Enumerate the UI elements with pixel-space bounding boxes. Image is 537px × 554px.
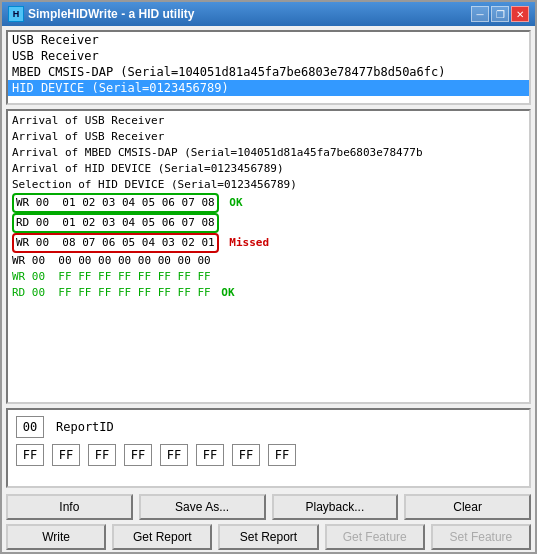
report-id-input[interactable] [16, 416, 44, 438]
wr-missed-circle: WR 00 08 07 06 05 04 03 02 01 [12, 233, 219, 253]
info-button[interactable]: Info [6, 494, 133, 520]
ok-badge-1: OK [229, 196, 242, 209]
log-line-3: Arrival of HID DEVICE (Serial=0123456789… [12, 161, 525, 177]
rd-ok-circle: RD 00 01 02 03 04 05 06 07 08 [12, 213, 219, 233]
data-entry-area: ReportID [6, 408, 531, 488]
clear-button[interactable]: Clear [404, 494, 531, 520]
byte-input-0[interactable] [16, 444, 44, 466]
wr-ok-circle: WR 00 01 02 03 04 05 06 07 08 [12, 193, 219, 213]
data-row-report-id: ReportID [16, 416, 521, 438]
byte-input-1[interactable] [52, 444, 80, 466]
get-report-button[interactable]: Get Report [112, 524, 212, 550]
byte-input-5[interactable] [196, 444, 224, 466]
title-bar-left: H SimpleHIDWrite - a HID utility [8, 6, 194, 22]
restore-button[interactable]: ❐ [491, 6, 509, 22]
button-row-1: Info Save As... Playback... Clear [6, 494, 531, 520]
device-item-1[interactable]: USB Receiver [8, 48, 529, 64]
rd-ok-green: RD 00 FF FF FF FF FF FF FF FF [12, 286, 211, 299]
log-line-9: WR 00 FF FF FF FF FF FF FF FF [12, 269, 525, 285]
byte-input-7[interactable] [268, 444, 296, 466]
title-controls: ─ ❐ ✕ [471, 6, 529, 22]
log-line-7: WR 00 08 07 06 05 04 03 02 01 Missed [12, 233, 525, 253]
byte-input-2[interactable] [88, 444, 116, 466]
get-feature-button[interactable]: Get Feature [325, 524, 425, 550]
missed-badge: Missed [229, 236, 269, 249]
data-row-bytes [16, 444, 521, 466]
window-title: SimpleHIDWrite - a HID utility [28, 7, 194, 21]
log-line-1: Arrival of USB Receiver [12, 129, 525, 145]
device-item-0[interactable]: USB Receiver [8, 32, 529, 48]
byte-input-4[interactable] [160, 444, 188, 466]
title-bar: H SimpleHIDWrite - a HID utility ─ ❐ ✕ [2, 2, 535, 26]
device-item-3[interactable]: HID DEVICE (Serial=0123456789) [8, 80, 529, 96]
byte-input-3[interactable] [124, 444, 152, 466]
button-row-2: Write Get Report Set Report Get Feature … [6, 524, 531, 550]
save-as-button[interactable]: Save As... [139, 494, 266, 520]
device-item-2[interactable]: MBED CMSIS-DAP (Serial=104051d81a45fa7be… [8, 64, 529, 80]
log-content: Arrival of USB Receiver Arrival of USB R… [8, 111, 529, 303]
log-line-6: RD 00 01 02 03 04 05 06 07 08 [12, 213, 525, 233]
set-report-button[interactable]: Set Report [218, 524, 318, 550]
log-line-4: Selection of HID DEVICE (Serial=01234567… [12, 177, 525, 193]
ok-badge-2: OK [221, 286, 234, 299]
byte-input-6[interactable] [232, 444, 260, 466]
log-area[interactable]: Arrival of USB Receiver Arrival of USB R… [6, 109, 531, 404]
log-line-5: WR 00 01 02 03 04 05 06 07 08 OK [12, 193, 525, 213]
log-line-0: Arrival of USB Receiver [12, 113, 525, 129]
log-line-10: RD 00 FF FF FF FF FF FF FF FF OK [12, 285, 525, 301]
log-line-8: WR 00 00 00 00 00 00 00 00 00 [12, 253, 525, 269]
device-list[interactable]: USB Receiver USB Receiver MBED CMSIS-DAP… [6, 30, 531, 105]
report-id-label: ReportID [56, 420, 114, 434]
minimize-button[interactable]: ─ [471, 6, 489, 22]
write-button[interactable]: Write [6, 524, 106, 550]
playback-button[interactable]: Playback... [272, 494, 399, 520]
close-button[interactable]: ✕ [511, 6, 529, 22]
log-line-2: Arrival of MBED CMSIS-DAP (Serial=104051… [12, 145, 525, 161]
app-icon: H [8, 6, 24, 22]
set-feature-button[interactable]: Set Feature [431, 524, 531, 550]
main-window: H SimpleHIDWrite - a HID utility ─ ❐ ✕ U… [0, 0, 537, 554]
log-scroll[interactable]: Arrival of USB Receiver Arrival of USB R… [8, 111, 529, 402]
